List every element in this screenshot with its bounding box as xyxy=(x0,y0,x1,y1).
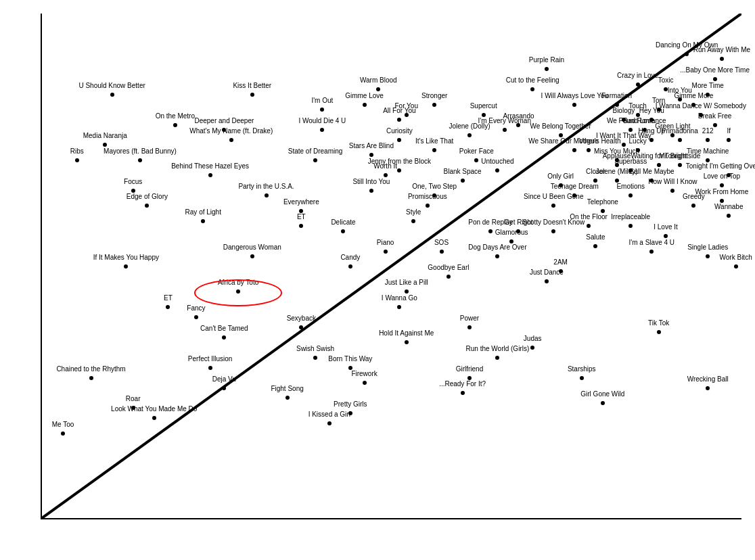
song-label: Emotions xyxy=(616,183,645,190)
song-dot xyxy=(467,325,472,329)
song-dot xyxy=(587,148,591,152)
song-label: Still Into You xyxy=(352,178,390,185)
song-label: Run Away With Me xyxy=(693,46,750,53)
song-label: Can't Be Tamed xyxy=(200,325,248,332)
song-dot xyxy=(628,128,633,132)
song-dot xyxy=(320,128,324,132)
song-label: Judas xyxy=(524,335,542,342)
song-label: I'm a Slave 4 U xyxy=(629,239,675,246)
song-dot xyxy=(369,153,373,157)
song-label: One, Two Step xyxy=(412,183,457,190)
song-label: Girl Gone Wild xyxy=(580,390,624,398)
svg-line-0 xyxy=(42,14,741,518)
song-dot xyxy=(222,386,226,390)
song-label: How Will I Know xyxy=(648,178,697,185)
song-label: State of Dreaming xyxy=(288,147,343,155)
song-label: Hold It Against Me xyxy=(379,329,434,337)
song-label: Gimme Love xyxy=(345,92,384,99)
song-dot xyxy=(559,133,563,137)
song-dot xyxy=(495,254,499,258)
song-label: Jolene (Dolly) xyxy=(449,122,490,130)
song-dot xyxy=(664,234,668,238)
song-label: Only Girl xyxy=(547,172,574,180)
song-dot xyxy=(194,315,198,319)
song-dot xyxy=(384,173,388,177)
africa-circle xyxy=(194,279,282,306)
song-label: Goodbye Earl xyxy=(428,264,469,271)
song-dot xyxy=(706,138,710,142)
song-label: Time Machine xyxy=(687,147,729,155)
song-dot xyxy=(545,67,549,71)
song-label: Wannabe xyxy=(714,203,743,210)
song-dot xyxy=(551,229,555,233)
song-label: Style xyxy=(406,208,421,216)
song-label: Delicate xyxy=(331,218,355,226)
song-dot xyxy=(131,189,135,193)
song-dot xyxy=(572,148,576,152)
song-dot xyxy=(229,138,233,142)
song-label: Mayores (ft. Bad Bunny) xyxy=(104,147,177,155)
song-label: Tonight I'm Getting Over You xyxy=(686,162,755,170)
song-dot xyxy=(670,189,674,193)
song-label: I Would Die 4 U xyxy=(298,117,346,124)
song-label: Deja Vu xyxy=(212,375,236,383)
song-label: Gimme More xyxy=(674,92,714,99)
song-dot xyxy=(426,204,430,208)
song-dot xyxy=(61,431,65,436)
song-label: Focus xyxy=(124,178,142,185)
song-dot xyxy=(706,158,710,162)
song-dot xyxy=(685,52,689,56)
song-label: I Wanna Dance W/ Somebody xyxy=(656,102,746,110)
song-dot xyxy=(405,113,409,117)
song-dot xyxy=(299,209,303,213)
song-label: Primadonna xyxy=(662,127,698,135)
song-dot xyxy=(720,183,724,187)
song-dot xyxy=(166,305,170,309)
song-label: Media Naranja xyxy=(83,132,127,139)
song-label: Warm Blood xyxy=(360,76,397,84)
chart-container: Dancing On My OwnPurple RainRun Away Wit… xyxy=(0,0,755,560)
song-dot xyxy=(727,138,731,142)
song-dot xyxy=(299,224,303,228)
diagonal-line xyxy=(42,14,741,518)
song-dot xyxy=(601,401,605,405)
song-label: Work From Home xyxy=(695,188,749,195)
song-label: Biology xyxy=(612,107,635,114)
song-dot xyxy=(530,346,534,350)
song-label: ET xyxy=(164,294,173,302)
song-dot xyxy=(587,224,591,228)
song-label: We Share Our Mother's Health xyxy=(528,137,620,145)
song-label: Ribs xyxy=(70,147,84,155)
song-dot xyxy=(152,416,156,420)
song-dot xyxy=(678,138,682,142)
song-dot xyxy=(720,199,724,203)
song-label: I Kissed a Girl xyxy=(308,411,350,418)
song-dot xyxy=(503,128,507,132)
song-label: Salute xyxy=(586,233,605,241)
song-dot xyxy=(348,264,352,269)
song-dot xyxy=(208,366,212,370)
song-dot xyxy=(397,118,401,122)
song-label: Pretty Girls xyxy=(334,400,367,408)
song-dot xyxy=(628,193,633,197)
song-label: Fancy xyxy=(187,304,205,312)
song-label: Starships xyxy=(568,365,596,373)
song-label: Run the World (Girls) xyxy=(466,345,530,352)
song-dot xyxy=(265,193,269,197)
song-label: ...Baby One More Time xyxy=(680,66,750,74)
song-dot xyxy=(397,305,401,309)
song-dot xyxy=(432,103,436,107)
song-dot xyxy=(545,279,549,283)
song-label: Since U Been Gone xyxy=(524,193,583,200)
song-label: Me Too xyxy=(52,421,74,428)
song-label: Worth It xyxy=(373,162,397,170)
song-label: We Belong Together xyxy=(530,122,591,130)
song-dot xyxy=(657,163,661,167)
song-dot xyxy=(320,108,324,112)
song-dot xyxy=(628,224,633,228)
song-label: Swish Swish xyxy=(296,345,334,352)
song-dot xyxy=(75,158,79,162)
song-label: Just Like a Pill xyxy=(385,279,428,286)
song-label: Promiscuous xyxy=(408,193,447,200)
song-label: Cut to the Feeling xyxy=(506,76,559,84)
